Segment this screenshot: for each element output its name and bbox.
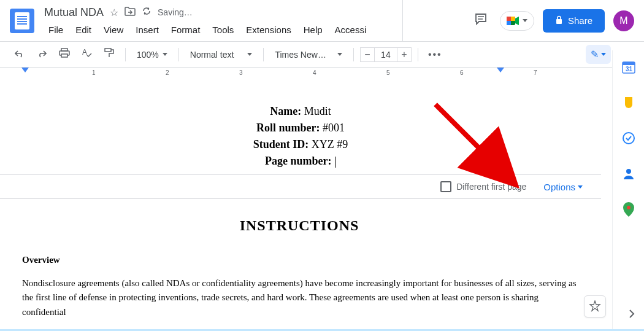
different-first-page-checkbox[interactable]: Different first page bbox=[440, 181, 526, 192]
edit-mode-select[interactable]: ✎ bbox=[586, 45, 611, 64]
menu-tools[interactable]: Tools bbox=[208, 22, 238, 37]
document-page[interactable]: Name: Mudit Roll number: #001 Student ID… bbox=[0, 79, 601, 331]
chevron-down-icon bbox=[163, 53, 167, 56]
saving-status: Saving… bbox=[158, 7, 193, 17]
font-size-control: − + bbox=[360, 47, 412, 62]
maps-icon[interactable] bbox=[622, 203, 635, 216]
style-select[interactable]: Normal text bbox=[185, 47, 258, 62]
page-header[interactable]: Name: Mudit Roll number: #001 Student ID… bbox=[0, 103, 601, 169]
share-label: Share bbox=[568, 15, 592, 26]
ruler-mark: 7 bbox=[534, 69, 537, 76]
checkbox-icon bbox=[440, 181, 451, 192]
ruler-mark: 2 bbox=[166, 69, 169, 76]
header-actions: Share M bbox=[470, 9, 634, 33]
document-canvas[interactable]: Name: Mudit Roll number: #001 Student ID… bbox=[0, 79, 601, 331]
menu-format[interactable]: Format bbox=[167, 22, 205, 37]
contacts-icon[interactable] bbox=[622, 167, 635, 181]
svg-rect-13 bbox=[623, 62, 635, 65]
chevron-down-icon bbox=[578, 185, 583, 189]
move-icon[interactable] bbox=[125, 7, 136, 18]
svg-rect-4 bbox=[511, 17, 515, 21]
header-options-bar: Different first page Options bbox=[0, 174, 601, 199]
undo-button[interactable] bbox=[11, 46, 28, 63]
svg-point-16 bbox=[626, 169, 631, 174]
instructions-heading: INSTRUCTIONS bbox=[22, 217, 577, 234]
spellcheck-button[interactable]: A bbox=[79, 45, 96, 63]
student-value: XYZ #9 bbox=[312, 138, 348, 150]
avatar-initial: M bbox=[619, 15, 627, 26]
menu-file[interactable]: File bbox=[44, 22, 67, 37]
lock-icon bbox=[555, 15, 563, 26]
sync-icon[interactable] bbox=[142, 6, 151, 18]
style-value: Normal text bbox=[190, 50, 234, 60]
zoom-select[interactable]: 100% bbox=[132, 47, 172, 62]
menu-accessibility[interactable]: Accessi bbox=[331, 22, 371, 37]
meet-icon bbox=[507, 15, 520, 26]
print-button[interactable] bbox=[55, 45, 74, 63]
docs-logo-icon[interactable] bbox=[10, 9, 34, 33]
document-body[interactable]: INSTRUCTIONS Overview Nondisclosure agre… bbox=[0, 199, 601, 319]
meet-button[interactable] bbox=[500, 11, 534, 31]
font-size-decrease[interactable]: − bbox=[360, 47, 375, 62]
left-indent-marker[interactable] bbox=[21, 68, 29, 72]
overview-heading: Overview bbox=[22, 255, 577, 265]
menu-view[interactable]: View bbox=[99, 22, 128, 37]
chevron-down-icon bbox=[523, 19, 527, 22]
user-avatar[interactable]: M bbox=[613, 10, 634, 31]
page-label: Page number: bbox=[265, 155, 331, 167]
ruler-mark: 5 bbox=[386, 69, 390, 76]
roll-label: Roll number: bbox=[256, 122, 320, 134]
svg-text:A: A bbox=[82, 48, 87, 56]
title-area: Mutual NDA ☆ Saving… File Edit View Inse… bbox=[44, 4, 370, 37]
menu-edit[interactable]: Edit bbox=[71, 22, 96, 37]
svg-rect-9 bbox=[61, 54, 67, 57]
ruler-mark: 6 bbox=[460, 69, 464, 76]
menu-insert[interactable]: Insert bbox=[131, 22, 163, 37]
pencil-icon: ✎ bbox=[591, 49, 599, 60]
font-size-increase[interactable]: + bbox=[397, 47, 412, 62]
svg-rect-5 bbox=[507, 21, 511, 25]
app-header: Mutual NDA ☆ Saving… File Edit View Inse… bbox=[0, 0, 644, 42]
svg-rect-11 bbox=[105, 49, 111, 52]
right-indent-marker[interactable] bbox=[497, 68, 504, 72]
chevron-down-icon bbox=[247, 53, 252, 56]
menu-bar: File Edit View Insert Format Tools Exten… bbox=[44, 22, 370, 37]
menu-extensions[interactable]: Extensions bbox=[242, 22, 295, 37]
student-label: Student ID: bbox=[253, 138, 309, 150]
menu-help[interactable]: Help bbox=[299, 22, 327, 37]
svg-text:31: 31 bbox=[626, 66, 633, 72]
toolbar: A 100% Normal text Times New… − + ••• ✎ bbox=[0, 42, 644, 68]
name-value: Mudit bbox=[304, 105, 331, 117]
side-panel: 31 bbox=[612, 50, 644, 331]
font-size-input[interactable] bbox=[375, 47, 397, 62]
header-divider bbox=[402, 0, 403, 42]
tasks-icon[interactable] bbox=[622, 131, 635, 145]
svg-point-17 bbox=[627, 206, 631, 209]
paint-format-button[interactable] bbox=[101, 45, 119, 63]
font-select[interactable]: Times New… bbox=[270, 47, 347, 62]
options-label: Options bbox=[543, 182, 575, 192]
svg-rect-3 bbox=[507, 17, 511, 21]
keep-icon[interactable] bbox=[622, 96, 635, 109]
chevron-down-icon bbox=[601, 53, 606, 56]
ruler-mark: 1 bbox=[92, 69, 96, 76]
explore-button[interactable] bbox=[584, 295, 606, 317]
ruler-mark: 3 bbox=[239, 69, 243, 76]
name-label: Name: bbox=[270, 105, 301, 117]
more-tools-button[interactable]: ••• bbox=[424, 49, 446, 60]
font-value: Times New… bbox=[275, 50, 326, 60]
text-cursor bbox=[335, 157, 336, 168]
star-icon[interactable]: ☆ bbox=[110, 7, 118, 18]
share-button[interactable]: Share bbox=[543, 9, 605, 33]
different-first-page-label: Different first page bbox=[456, 182, 526, 192]
comments-icon[interactable] bbox=[470, 9, 491, 33]
header-options-dropdown[interactable]: Options bbox=[543, 182, 583, 192]
zoom-value: 100% bbox=[137, 50, 159, 60]
show-side-panel-icon[interactable] bbox=[628, 308, 635, 322]
body-paragraph: Nondisclosure agreements (also called ND… bbox=[22, 276, 577, 319]
redo-button[interactable] bbox=[33, 46, 50, 63]
ruler[interactable]: 1 2 3 4 5 6 7 bbox=[0, 68, 644, 79]
document-title[interactable]: Mutual NDA bbox=[44, 6, 104, 19]
calendar-icon[interactable]: 31 bbox=[622, 60, 635, 74]
ruler-mark: 4 bbox=[313, 69, 316, 76]
